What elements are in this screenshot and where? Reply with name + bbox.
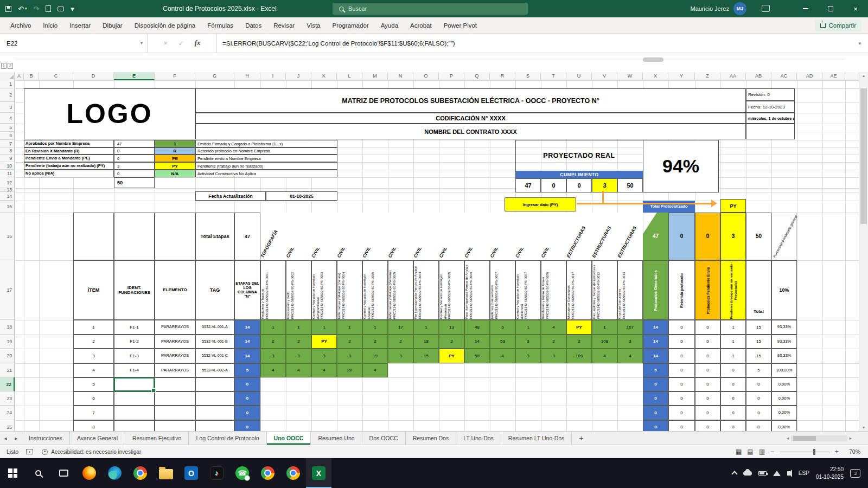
qat-customize-button[interactable]: ▾ bbox=[71, 5, 74, 13]
header-tag[interactable]: TAG bbox=[195, 260, 234, 320]
column-header-W[interactable]: W bbox=[617, 72, 643, 80]
save-button[interactable] bbox=[5, 6, 11, 12]
matrix-generados-cell[interactable]: 14 bbox=[643, 335, 668, 349]
doc-fecha[interactable]: Fecha: 12-10-2023 bbox=[746, 101, 795, 113]
column-header-J[interactable]: J bbox=[286, 72, 311, 80]
row-header-9[interactable]: 9 bbox=[0, 155, 15, 162]
cumplimiento-value[interactable]: 0 bbox=[566, 178, 592, 192]
matrix-retenido-cell[interactable]: 0 bbox=[668, 377, 695, 391]
column-header-V[interactable]: V bbox=[592, 72, 617, 80]
cancel-entry-icon[interactable]: × bbox=[164, 40, 168, 47]
protocol-status-cell[interactable]: 3 bbox=[311, 349, 337, 363]
share-button[interactable]: Compartir bbox=[815, 20, 861, 31]
outlook-taskbar-icon[interactable]: O bbox=[178, 458, 204, 488]
ribbon-tab-dibujar[interactable]: Dibujar bbox=[97, 17, 128, 33]
matrix-item-cell[interactable]: 1 bbox=[73, 320, 114, 335]
protocol-status-cell[interactable]: 19 bbox=[362, 349, 388, 363]
outline-level-2-button[interactable]: 2 bbox=[8, 63, 13, 69]
ribbon-tab-insertar[interactable]: Insertar bbox=[63, 17, 97, 33]
protocol-column-header[interactable]: Control y Vaciado de Hormigón (Rellenos)… bbox=[515, 260, 541, 320]
matrix-retenido-cell[interactable]: 0 bbox=[668, 363, 695, 377]
legend-total[interactable]: 50 bbox=[114, 177, 155, 188]
taskbar-clock[interactable]: 22:50 01-10-2025 bbox=[816, 466, 844, 480]
column-header-R[interactable]: R bbox=[490, 72, 515, 80]
matrix-header-cell[interactable] bbox=[73, 213, 114, 260]
matrix-total-cell[interactable]: 15 bbox=[746, 349, 771, 363]
matrix-pct-cell[interactable]: 0,00% bbox=[771, 406, 797, 420]
sheet-nav-left-icon[interactable]: ◂ bbox=[0, 432, 11, 445]
protocol-status-cell[interactable]: 2 bbox=[439, 335, 464, 349]
whatsapp-taskbar-icon[interactable]: ☎ bbox=[229, 458, 255, 488]
protocol-status-cell[interactable]: 1 bbox=[337, 320, 362, 335]
matrix-generados-cell[interactable]: 0 bbox=[643, 391, 668, 406]
column-header-B[interactable]: B bbox=[24, 72, 39, 80]
select-all-corner[interactable] bbox=[0, 72, 15, 80]
edge-taskbar-icon[interactable] bbox=[102, 458, 127, 488]
matrix-total-cell[interactable]: 0 bbox=[746, 391, 771, 406]
zoom-in-button[interactable]: + bbox=[835, 448, 839, 455]
protocol-column-header[interactable]: Control y Vaciado de Hormigón (Emplantil… bbox=[311, 260, 337, 320]
matrix-total-cell[interactable]: 5 bbox=[746, 363, 771, 377]
column-header-U[interactable]: U bbox=[566, 72, 592, 80]
matrix-pendiente-envio-cell[interactable]: 0 bbox=[695, 335, 720, 349]
summary-header-retenido-protocolo[interactable]: Retenido protocolo bbox=[668, 260, 695, 320]
protocol-status-cell[interactable]: PY bbox=[439, 349, 464, 363]
protocol-status-cell[interactable]: 3 bbox=[515, 335, 541, 349]
matrix-elemento-cell[interactable]: PARARRAYOS bbox=[155, 335, 195, 349]
zoom-slider-thumb[interactable] bbox=[813, 449, 815, 455]
legend-label[interactable]: Aprobados por Nombre Empresa bbox=[24, 140, 114, 147]
column-header-K[interactable]: K bbox=[311, 72, 337, 80]
matrix-etapas-cell[interactable]: 14 bbox=[234, 320, 260, 335]
sheet-tab-instrucciones[interactable]: Instrucciones bbox=[22, 432, 70, 445]
matrix-pendiente-py-cell[interactable]: 0 bbox=[720, 391, 746, 406]
fecha-actualizacion-label[interactable]: Fecha Actualización bbox=[195, 191, 266, 201]
legend-count[interactable]: 0 bbox=[114, 170, 155, 177]
start-taskbar-icon[interactable] bbox=[0, 458, 25, 488]
sheet-tab-avance-general[interactable]: Avance General bbox=[70, 432, 125, 445]
cumplimiento-value[interactable]: 47 bbox=[515, 178, 541, 192]
matrix-pct-cell[interactable]: 100,00% bbox=[771, 363, 797, 377]
protocol-column-header[interactable]: Enfierradura y Moldaje (Pedestal)PRC2114… bbox=[388, 260, 413, 320]
protocol-column-header[interactable]: Montaje de EstructurasPRC21142-SE5532-50… bbox=[566, 260, 592, 320]
protocol-column-header[interactable]: Replanteo y TrazadoPRC21142-SE5532-50-PS… bbox=[260, 260, 286, 320]
ribbon-tab-programador[interactable]: Programador bbox=[327, 17, 375, 33]
matrix-generados-cell[interactable]: 5 bbox=[643, 363, 668, 377]
column-header-AA[interactable]: AA bbox=[720, 72, 746, 80]
protocol-status-cell[interactable]: 58 bbox=[464, 349, 490, 363]
matrix-total-cell[interactable]: 0 bbox=[746, 377, 771, 391]
zoom-level[interactable]: 70% bbox=[844, 448, 860, 455]
qat-camera-button[interactable] bbox=[58, 7, 64, 11]
ribbon-tab-vista[interactable]: Vista bbox=[301, 17, 326, 33]
matrix-total-cell[interactable]: 15 bbox=[746, 320, 771, 335]
column-header-AB[interactable]: AB bbox=[746, 72, 771, 80]
matrix-ident-cell[interactable]: F1-1 bbox=[114, 320, 155, 335]
cumplimiento-value[interactable]: 50 bbox=[617, 178, 643, 192]
ribbon-tab-power-pivot[interactable]: Power Pivot bbox=[438, 17, 483, 33]
chrome-taskbar-icon[interactable] bbox=[127, 458, 153, 488]
total-etapas-label[interactable]: Total Etapas bbox=[195, 213, 234, 260]
zoom-out-button[interactable]: − bbox=[770, 448, 774, 455]
ribbon-tab-inicio[interactable]: Inicio bbox=[37, 17, 63, 33]
chrome-3-taskbar-icon[interactable] bbox=[280, 458, 306, 488]
sheet-tab-log-control-de-protocolo[interactable]: Log Control de Protocolo bbox=[189, 432, 266, 445]
row-header-12[interactable]: 12 bbox=[0, 177, 15, 188]
legend-label[interactable]: En Revisión X Mandante (R) bbox=[24, 147, 114, 155]
sheet-tab-uno-oocc[interactable]: Uno OOCC bbox=[267, 432, 311, 445]
protocol-column-header[interactable]: Grout de EstructurasPRC21142-SE5532-50-P… bbox=[617, 260, 643, 320]
normal-view-button[interactable]: ▦ bbox=[736, 448, 742, 455]
protocol-status-cell[interactable]: PY bbox=[311, 335, 337, 349]
protocol-column-header[interactable]: Enfierradura y Moldaje (Zapata)PRC21142-… bbox=[337, 260, 362, 320]
matrix-pct-cell[interactable]: 0,00% bbox=[771, 377, 797, 391]
column-header-D[interactable]: D bbox=[73, 72, 114, 80]
protocol-status-cell[interactable]: 3 bbox=[286, 349, 311, 363]
legend-code-chip[interactable]: PY bbox=[155, 162, 195, 170]
protocol-column-header[interactable]: Pre Hormigonado Pernos de AnclajePRC2114… bbox=[413, 260, 439, 320]
header-pct-weight[interactable]: 10% bbox=[771, 260, 797, 320]
sheet-tab-resumen-uno[interactable]: Resumen Uno bbox=[311, 432, 362, 445]
legend-description[interactable]: Actividad Constructiva No Aplica bbox=[195, 170, 337, 177]
formula-input[interactable]: =SI.ERROR(BUSCARV($C22;'Log Control de P… bbox=[217, 34, 852, 53]
matrix-generados-cell[interactable]: 14 bbox=[643, 320, 668, 335]
volume-icon[interactable] bbox=[787, 471, 790, 476]
matrix-total-value[interactable]: 0 bbox=[695, 213, 720, 260]
search-taskbar-icon[interactable] bbox=[25, 458, 51, 488]
